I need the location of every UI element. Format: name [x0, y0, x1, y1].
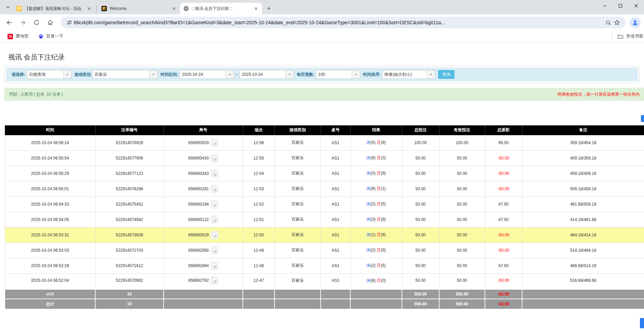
tab-title: Welcome	[110, 6, 169, 11]
table-row: 2025-10-24 06:54:33 522914575452 6569931…	[5, 196, 644, 212]
subtotal-row: 小计 10 550.00 550.00 -62.50	[5, 289, 644, 299]
header-valid-bet: 有效投注	[439, 125, 485, 135]
cell-total-bet-link[interactable]: 50.00	[402, 166, 439, 181]
video-record-icon[interactable]	[211, 262, 218, 270]
forum-favicon-icon	[16, 6, 22, 11]
query-type-select[interactable]: 日期查询 ▼	[27, 70, 72, 79]
chevron-down-icon[interactable]: ▼	[285, 70, 294, 79]
cell-bet-id: 522914570982	[95, 273, 164, 289]
cell-total-bet-link[interactable]: 50.00	[402, 150, 439, 166]
cell-valid-bet: 50.00	[439, 243, 485, 258]
edge-button-bottom[interactable]	[640, 318, 644, 328]
url-text[interactable]: 66cxkj98.com/game/betrecord_search/kind3…	[74, 20, 604, 25]
tab-divider	[96, 5, 97, 12]
tab-search-button[interactable]	[3, 2, 13, 12]
home-button[interactable]	[44, 17, 56, 28]
filter-bar: 请选择: 日期查询 ▼ 游戏类别 百家乐 ▼ 时间区间: 2025-10-24 …	[6, 68, 638, 81]
cell-valid-bet: 100.00	[439, 135, 485, 150]
video-record-icon[interactable]	[211, 169, 218, 178]
cell-total-bet-link[interactable]: 100.00	[402, 135, 439, 150]
chevron-down-icon[interactable]: ▼	[63, 70, 71, 79]
close-window-button[interactable]	[628, 0, 644, 12]
header-round-id: 局号	[164, 125, 243, 135]
date-start-select[interactable]: 2025-10-24 ▼	[180, 70, 234, 79]
total-count: 10	[95, 299, 164, 309]
video-record-icon[interactable]	[211, 185, 218, 193]
sort-select[interactable]: 降幂(由大到小) ▼	[382, 70, 435, 79]
globe-icon	[183, 6, 189, 11]
cell-session: 12-54	[243, 166, 275, 181]
total-label: 总计	[5, 299, 95, 309]
video-record-icon[interactable]	[211, 200, 218, 208]
total-row: 总计 10 550.00 550.00 -62.50	[5, 299, 644, 309]
cell-total-bet-link[interactable]: 50.00	[402, 212, 439, 227]
tab-close-icon[interactable]: ✕	[171, 5, 177, 12]
video-record-icon[interactable]	[211, 154, 218, 162]
tab-close-icon[interactable]: ✕	[86, 5, 92, 12]
cell-total-bet-link[interactable]: 50.00	[402, 181, 439, 196]
table-row: 2025-10-24 06:54:05 522914574582 6569931…	[5, 212, 644, 227]
bet-records-table: 时间 注单编号 局号 场次 游戏类别 桌号 结果 总投注 有效投注 总派彩 备注…	[4, 125, 644, 309]
tab-forum[interactable]: 【新提醒】海燕策略论坛 - 综合 ✕	[13, 3, 95, 14]
cell-total-bet-link[interactable]: 50.00	[402, 258, 439, 273]
bookmark-baidu[interactable]: 百度一下	[38, 33, 64, 39]
cell-total-bet-link[interactable]: 50.00	[402, 227, 439, 243]
tab-bet-records[interactable]: :::视讯 会员下注纪录::: ✕	[180, 3, 262, 14]
bookmark-aitaobao[interactable]: 淘 爱淘宝	[8, 33, 29, 39]
welcome-favicon-icon	[101, 6, 107, 11]
cell-round-id: 656992958	[164, 243, 243, 258]
filter-panel: 请选择: 日期查询 ▼ 游戏类别 百家乐 ▼ 时间区间: 2025-10-24 …	[4, 66, 640, 83]
chevron-down-icon	[6, 6, 9, 8]
new-tab-button[interactable]: +	[264, 4, 274, 13]
maximize-button[interactable]	[613, 0, 628, 12]
back-button[interactable]	[3, 17, 15, 28]
video-record-icon[interactable]	[211, 246, 218, 254]
forward-icon	[19, 19, 26, 26]
game-type-select[interactable]: 百家乐 ▼	[92, 70, 158, 79]
window-controls	[597, 0, 644, 12]
cell-remark: 359.18/454.18	[522, 135, 644, 150]
cell-result: 闲(2) 庄(5)	[350, 258, 402, 273]
tab-close-icon[interactable]: ✕	[253, 5, 259, 12]
video-record-icon[interactable]	[211, 276, 218, 285]
cell-table-no: AS1	[321, 135, 350, 150]
browser-window: { "browser": { "tabs": [ { "title": "【新提…	[0, 0, 644, 331]
search-button[interactable]: 查询	[438, 70, 454, 79]
cell-table-no: AS1	[321, 181, 350, 196]
chevron-down-icon[interactable]: ▼	[226, 70, 234, 79]
minimize-button[interactable]	[597, 0, 613, 12]
cell-total-bet-link[interactable]: 50.00	[402, 196, 439, 212]
refresh-button[interactable]	[31, 17, 42, 28]
cell-game-type: 百家乐	[275, 181, 321, 196]
game-type-label: 游戏类别	[74, 72, 91, 78]
video-record-icon[interactable]	[211, 216, 218, 224]
cell-result: 闲(8) 庄(0)	[350, 273, 402, 289]
cell-total-bet-link[interactable]: 50.00	[402, 273, 439, 289]
baidu-paw-icon	[38, 34, 44, 39]
search-icon[interactable]	[604, 18, 613, 27]
chevron-down-icon[interactable]: ▼	[352, 70, 360, 79]
cell-round-id: 656993503	[164, 135, 243, 150]
address-bar[interactable]: 66cxkj98.com/game/betrecord_search/kind3…	[61, 17, 626, 28]
chevron-down-icon[interactable]: ▼	[149, 70, 157, 79]
table-row: 2025-10-24 06:56:24 522914578928 6569935…	[5, 135, 644, 150]
cell-valid-bet: 50.00	[439, 181, 485, 196]
per-page-select[interactable]: 100 ▼	[316, 70, 360, 79]
tab-welcome[interactable]: Welcome ✕	[98, 3, 180, 14]
chevron-down-icon[interactable]: ▼	[427, 70, 435, 79]
cell-payout: -50.00	[485, 166, 522, 181]
site-settings-icon[interactable]	[65, 18, 74, 27]
all-bookmarks[interactable]: 所有书签	[612, 31, 644, 42]
cell-game-type: 百家乐	[275, 243, 321, 258]
edge-button-top[interactable]	[641, 115, 644, 122]
date-end-select[interactable]: 2025-10-24 ▼	[239, 70, 294, 79]
bookmarks-bar: 淘 爱淘宝 百度一下 所有书签	[0, 31, 644, 42]
video-record-icon[interactable]	[211, 231, 218, 239]
bookmark-star-icon[interactable]	[613, 18, 621, 27]
subtotal-label: 小计	[5, 289, 95, 299]
table-row: 2025-10-24 06:53:31 522914573626 6569930…	[5, 227, 644, 243]
cell-total-bet-link[interactable]: 50.00	[402, 243, 439, 258]
forward-button[interactable]	[17, 17, 29, 28]
video-record-icon[interactable]	[211, 139, 218, 147]
profile-avatar[interactable]	[630, 17, 641, 28]
